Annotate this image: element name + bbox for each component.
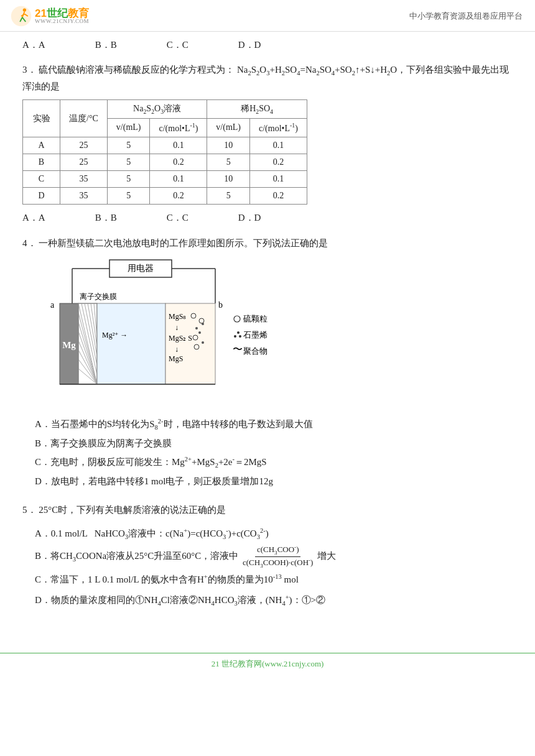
row-c-v2: 10	[207, 170, 250, 187]
svg-text:离子交换膜: 离子交换膜	[80, 292, 117, 301]
q5-text: 5． 25°C时，下列有关电解质溶液的说法正确的是	[22, 502, 513, 519]
question-4: 4． 一种新型镁硫二次电池放电时的工作原理如图所示。下列说法正确的是 用电器 M…	[22, 235, 513, 491]
table-sub-v1: v/(mL)	[107, 119, 150, 137]
svg-text:↓: ↓	[175, 345, 179, 354]
row-b-label: B	[23, 154, 60, 170]
svg-text:用电器: 用电器	[128, 264, 154, 273]
battery-diagram-container: 用电器 Mg	[35, 257, 513, 408]
svg-point-42	[198, 331, 201, 334]
q1-answers: A．A B．B C．C D．D	[22, 39, 513, 51]
svg-text:Mg: Mg	[62, 340, 76, 350]
row-d-c1: 0.2	[150, 187, 207, 204]
q3-answers: A．A B．B C．C D．D	[22, 212, 513, 224]
q4-text: 4． 一种新型镁硫二次电池放电时的工作原理如图所示。下列说法正确的是	[22, 235, 513, 252]
table-header-exp: 实验	[23, 100, 60, 137]
battery-diagram: 用电器 Mg	[35, 257, 321, 406]
svg-point-54	[239, 335, 241, 338]
q3-text: 3． 硫代硫酸钠溶液与稀硫酸反应的化学方程式为： Na2S2O3+H2SO4=N…	[22, 62, 513, 94]
table-sub-v2: v/(mL)	[207, 119, 250, 137]
svg-point-1	[23, 8, 26, 11]
q5-opt-a[interactable]: A．0.1 mol/L NaHCO3溶液中：c(Na+)=c(HCO3-)+c(…	[35, 523, 513, 544]
row-a-label: A	[23, 137, 60, 154]
q4-number: 4．	[22, 238, 37, 248]
q4-options: A．当石墨烯中的S均转化为S82-时，电路中转移的电子数达到最大值 B．离子交换…	[22, 415, 513, 491]
q3-number: 3．	[22, 65, 37, 75]
q4-desc: 一种新型镁硫二次电池放电时的工作原理如图所示。下列说法正确的是	[39, 238, 328, 248]
q1-opt-c[interactable]: C．C	[167, 39, 188, 51]
footer: 21 世纪教育网(www.21cnjy.com)	[0, 653, 535, 672]
row-c-label: C	[23, 170, 60, 187]
header: 21世纪教育 WWW.21CNJY.COM 中小学教育资源及组卷应用平台	[0, 0, 535, 32]
table-header-h2so4: 稀H2SO4	[207, 100, 307, 119]
row-b-v1: 5	[107, 154, 150, 170]
table-row-c: C 35 5 0.1 10 0.1	[23, 170, 307, 187]
svg-text:MgS₈: MgS₈	[169, 312, 186, 321]
row-d-v1: 5	[107, 187, 150, 204]
row-c-temp: 35	[60, 170, 108, 187]
svg-point-52	[237, 331, 240, 334]
q3-opt-b[interactable]: B．B	[95, 212, 117, 224]
svg-text:a: a	[50, 300, 55, 310]
q5-number: 5．	[22, 505, 37, 515]
table-row-a: A 25 5 0.1 10 0.1	[23, 137, 307, 154]
row-d-temp: 35	[60, 187, 108, 204]
svg-point-53	[234, 335, 236, 338]
logo-text: 21世纪教育 WWW.21CNJY.COM	[35, 8, 89, 24]
svg-rect-30	[97, 303, 165, 384]
row-b-c1: 0.2	[150, 154, 207, 170]
row-a-c1: 0.1	[150, 137, 207, 154]
svg-text:MgS: MgS	[169, 354, 183, 363]
table-header-na2s2o3: Na2S2O3溶液	[107, 100, 207, 119]
svg-text:聚合物: 聚合物	[243, 346, 268, 356]
q5-opt-b[interactable]: B．将CH3COONa溶液从25°C升温至60°C，溶液中 c(CH3COO-)…	[35, 544, 513, 569]
question-3: 3． 硫代硫酸钠溶液与稀硫酸反应的化学方程式为： Na2S2O3+H2SO4=N…	[22, 62, 513, 224]
svg-text:石墨烯: 石墨烯	[243, 330, 268, 339]
table-sub-c1: c/(mol•L-1)	[150, 119, 207, 137]
svg-text:MgS₂  S: MgS₂ S	[169, 334, 192, 343]
q4-opt-d[interactable]: D．放电时，若电路中转移1 mol电子，则正极质量增加12g	[35, 472, 513, 491]
row-b-temp: 25	[60, 154, 108, 170]
q1-opt-a[interactable]: A．A	[22, 39, 45, 51]
row-b-v2: 5	[207, 154, 250, 170]
q5-opt-c[interactable]: C．常温下，1 L 0.1 mol/L 的氨水中含有H+的物质的量为10-13 …	[35, 569, 513, 590]
row-a-c2: 0.1	[249, 137, 307, 154]
svg-point-44	[202, 341, 204, 344]
row-b-c2: 0.2	[249, 154, 307, 170]
q3-opt-d[interactable]: D．D	[238, 212, 261, 224]
row-c-c2: 0.1	[249, 170, 307, 187]
row-d-c2: 0.2	[249, 187, 307, 204]
svg-point-41	[202, 323, 204, 325]
svg-point-40	[195, 327, 198, 330]
logo-icon	[10, 5, 32, 27]
logo-area: 21世纪教育 WWW.21CNJY.COM	[10, 5, 89, 27]
footer-text: 21 世纪教育网(www.21cnjy.com)	[212, 659, 324, 668]
svg-point-50	[234, 316, 240, 322]
svg-text:Mg²⁺ →: Mg²⁺ →	[102, 331, 128, 339]
q5-opt-d[interactable]: D．物质的量浓度相同的①NH4Cl溶液②NH4HCO3溶液，(NH4+)：①>②	[35, 590, 513, 611]
row-a-temp: 25	[60, 137, 108, 154]
q5-options: A．0.1 mol/L NaHCO3溶液中：c(Na+)=c(HCO3-)+c(…	[22, 523, 513, 611]
row-c-c1: 0.1	[150, 170, 207, 187]
q4-opt-c[interactable]: C．充电时，阴极反应可能发生：Mg2++MgS2+2e-＝2MgS	[35, 453, 513, 472]
q1-opt-b[interactable]: B．B	[95, 39, 117, 51]
q3-opt-c[interactable]: C．C	[167, 212, 188, 224]
row-a-v1: 5	[107, 137, 150, 154]
q3-table: 实验 温度/°C Na2S2O3溶液 稀H2SO4 v/(mL) c/(mol•…	[22, 99, 307, 204]
row-c-v1: 5	[107, 170, 150, 187]
table-header-temp: 温度/°C	[60, 100, 108, 137]
header-right: 中小学教育资源及组卷应用平台	[409, 11, 523, 22]
question-5: 5． 25°C时，下列有关电解质溶液的说法正确的是 A．0.1 mol/L Na…	[22, 502, 513, 611]
q5-desc: 25°C时，下列有关电解质溶液的说法正确的是	[39, 505, 226, 515]
logo-sub: WWW.21CNJY.COM	[35, 19, 89, 24]
q4-opt-b[interactable]: B．离子交换膜应为阴离子交换膜	[35, 434, 513, 453]
table-row-b: B 25 5 0.2 5 0.2	[23, 154, 307, 170]
row-d-v2: 5	[207, 187, 250, 204]
table-row-d: D 35 5 0.2 5 0.2	[23, 187, 307, 204]
q4-opt-a[interactable]: A．当石墨烯中的S均转化为S82-时，电路中转移的电子数达到最大值	[35, 415, 513, 434]
q1-opt-d[interactable]: D．D	[238, 39, 261, 51]
row-a-v2: 10	[207, 137, 250, 154]
q3-opt-a[interactable]: A．A	[22, 212, 45, 224]
content: A．A B．B C．C D．D 3． 硫代硫酸钠溶液与稀硫酸反应的化学方程式为：…	[0, 32, 535, 634]
svg-text:↓: ↓	[175, 323, 179, 332]
table-sub-c2: c/(mol•L-1)	[249, 119, 307, 137]
